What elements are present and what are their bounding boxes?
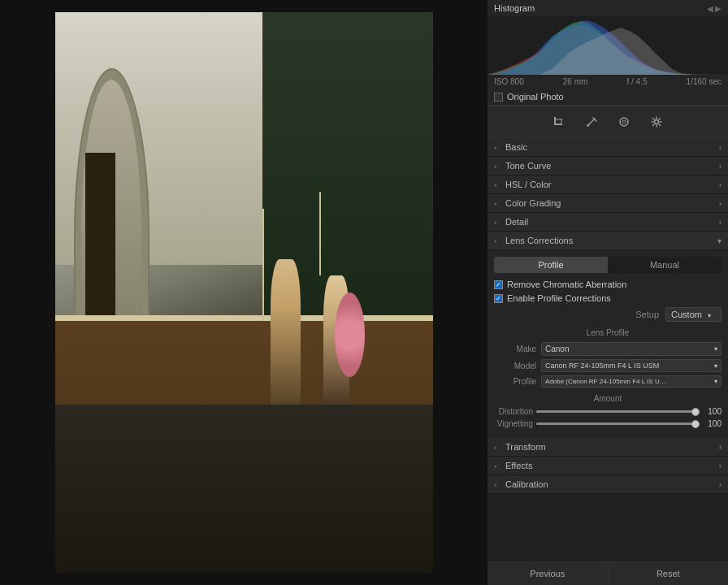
panel-tone-curve[interactable]: ▪ Tone Curve › [488,157,728,176]
lens-tabs: Profile Manual [494,257,722,273]
bottom-nav: Previous Reset [488,561,728,585]
panel-effects-toggle: ▪ [494,462,500,469]
setup-dropdown[interactable]: Custom ▾ [665,307,722,322]
panel-basic[interactable]: ▪ Basic › [488,138,728,157]
svg-point-5 [620,118,628,126]
panel-color-grading-title: Color Grading [505,198,561,208]
lens-corrections-content: Profile Manual ✓ Remove Chromatic Aberra… [488,250,728,438]
panel-detail[interactable]: ▪ Detail › [488,213,728,232]
distortion-slider-row: Distortion 100 [494,407,722,416]
panel-calibration-arrow: › [719,480,722,489]
vignetting-track[interactable] [536,422,696,425]
meta-aperture: f / 4.5 [626,77,647,86]
vignetting-thumb[interactable] [691,420,700,428]
profile-label: Profile [494,377,536,386]
histogram-meta: ISO 800 26 mm f / 4.5 1/160 sec [488,75,728,89]
histogram-title: Histogram [494,3,535,13]
panels-list: ▪ Basic › ▪ Tone Curve › ▪ HSL / Color ›… [488,138,728,561]
original-photo-label: Original Photo [507,92,564,102]
previous-button[interactable]: Previous [488,562,609,585]
svg-rect-3 [561,119,562,125]
panel-tone-curve-toggle: ▪ [494,162,500,169]
model-value: Canon RF 24-105mm F4 L IS USM [545,362,659,370]
panel-color-grading-arrow: › [719,199,722,208]
amount-title: Amount [494,394,722,403]
settings-tool-icon[interactable] [648,113,665,131]
panel-calibration-title: Calibration [505,479,548,489]
panel-effects[interactable]: ▪ Effects › [488,457,728,475]
vignetting-slider-row: Vignetting 100 [494,419,722,428]
distortion-thumb[interactable] [691,408,700,416]
distortion-track[interactable] [536,410,696,413]
panel-color-grading-toggle: ▪ [494,200,500,206]
model-dropdown[interactable]: Canon RF 24-105mm F4 L IS USM ▾ [541,359,722,372]
panel-lens-corrections-arrow: ▾ [717,236,722,245]
profile-corrections-row[interactable]: ✓ Enable Profile Corrections [494,293,722,303]
panel-basic-title: Basic [505,142,527,152]
chromatic-aberration-label: Remove Chromatic Aberration [507,280,626,289]
panel-hsl-toggle: ▪ [494,181,500,188]
panel-transform-toggle: ▪ [494,444,500,450]
amount-section: Amount Distortion 100 Vignetting [494,394,722,428]
histogram-left-arrow: ◀ [707,4,713,13]
chromatic-aberration-checkbox[interactable]: ✓ [494,280,503,289]
meta-shutter: 1/160 sec [687,77,722,86]
right-panel: Histogram ◀ ▶ ISO 800 26 mm f / 4.5 1/ [488,0,728,585]
svg-point-6 [622,120,626,124]
make-value: Canon [545,344,569,353]
panel-tone-curve-arrow: › [719,162,722,171]
profile-value: Adobe (Canon RF 24-105mm F4 L IS USM) [545,378,667,385]
profile-corrections-checkbox[interactable]: ✓ [494,294,503,303]
tab-profile[interactable]: Profile [494,257,608,273]
svg-point-7 [655,120,659,124]
make-label: Make [494,344,536,353]
panel-tone-curve-title: Tone Curve [505,161,551,171]
panel-lens-corrections[interactable]: ▪ Lens Corrections ▾ [488,232,728,250]
model-dropdown-arrow: ▾ [714,362,717,370]
panel-color-grading[interactable]: ▪ Color Grading › [488,194,728,213]
vignetting-label: Vignetting [494,419,533,428]
profile-dropdown-arrow: ▾ [714,378,717,385]
vignetting-value: 100 [699,419,722,428]
distortion-fill [536,410,696,413]
crop-tool-icon[interactable] [550,113,568,131]
panel-calibration[interactable]: ▪ Calibration › [488,475,728,494]
panel-basic-arrow: › [719,143,722,152]
make-dropdown[interactable]: Canon ▾ [541,342,722,356]
svg-point-4 [587,124,590,127]
photo-canvas [55,12,433,573]
panel-lens-corrections-title: Lens Corrections [505,236,573,245]
panel-basic-toggle: ▪ [494,144,500,150]
original-photo-checkbox[interactable] [494,93,503,102]
model-row: Model Canon RF 24-105mm F4 L IS USM ▾ [494,359,722,372]
histogram-section: Histogram ◀ ▶ ISO 800 26 mm f / 4.5 1/ [488,0,728,106]
histogram-canvas [488,16,728,75]
panel-detail-toggle: ▪ [494,219,500,225]
model-label: Model [494,362,536,370]
tab-manual[interactable]: Manual [608,257,722,273]
panel-transform[interactable]: ▪ Transform › [488,438,728,457]
panel-transform-arrow: › [719,443,722,452]
original-photo-row[interactable]: Original Photo [488,89,728,106]
panel-transform-title: Transform [505,442,546,452]
photo-area [0,0,488,585]
panel-hsl-arrow: › [719,180,722,189]
mask-tool-icon[interactable] [615,113,633,131]
profile-row: Profile Adobe (Canon RF 24-105mm F4 L IS… [494,375,722,388]
tool-icons-row [488,106,728,138]
panel-hsl-color[interactable]: ▪ HSL / Color › [488,176,728,194]
meta-iso: ISO 800 [494,77,524,86]
reset-button[interactable]: Reset [609,562,729,585]
panel-effects-title: Effects [505,461,532,470]
profile-dropdown[interactable]: Adobe (Canon RF 24-105mm F4 L IS USM) ▾ [541,375,722,388]
chromatic-aberration-row[interactable]: ✓ Remove Chromatic Aberration [494,280,722,289]
histogram-right-arrow: ▶ [715,4,722,13]
healing-tool-icon[interactable] [583,113,600,131]
make-row: Make Canon ▾ [494,342,722,356]
panel-effects-arrow: › [719,462,722,470]
setup-label: Setup [635,310,659,319]
meta-focal: 26 mm [563,77,588,86]
setup-value: Custom [671,310,702,319]
panel-detail-title: Detail [505,217,528,227]
panel-calibration-toggle: ▪ [494,481,500,488]
